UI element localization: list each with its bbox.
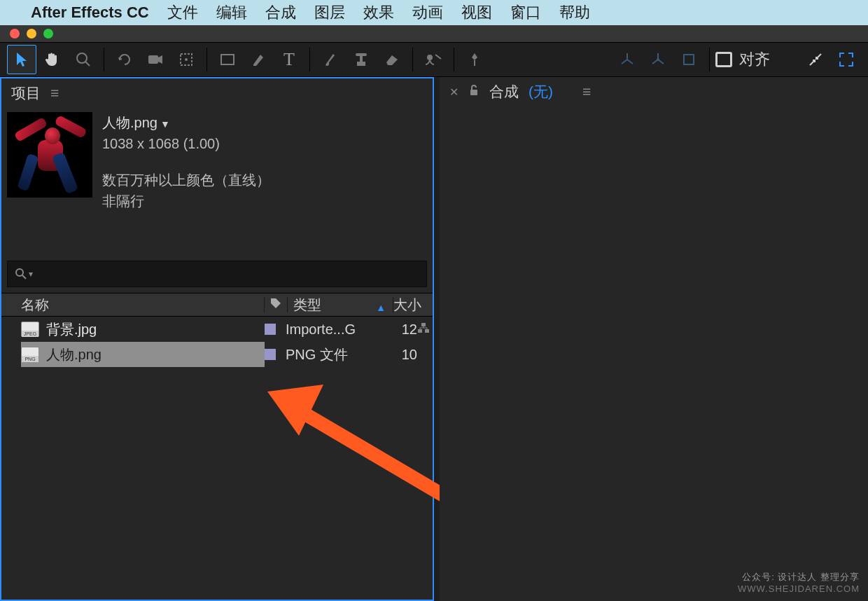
composition-panel: ✕ 合成 (无) ≡ 公众号: 设计达人 整理分享 WWW.SHEJIDAREN…	[440, 77, 868, 601]
svg-rect-17	[425, 329, 429, 333]
menu-comp[interactable]: 合成	[265, 2, 296, 23]
tools-toolbar: T 对齐	[0, 42, 868, 77]
clone-stamp-tool[interactable]	[346, 45, 376, 74]
panel-menu-icon[interactable]: ≡	[50, 85, 57, 102]
asset-interlace: 非隔行	[102, 191, 270, 212]
file-type: Importe...G	[286, 322, 391, 338]
label-swatch[interactable]	[265, 324, 276, 335]
workspace: 项目 ≡ 人物.png▼ 1038 x 1068 (1.00) 数百万种以上颜色…	[0, 77, 868, 601]
project-search-input[interactable]: ▾	[7, 261, 427, 287]
menu-edit[interactable]: 编辑	[216, 2, 247, 23]
file-jpeg-icon	[21, 322, 39, 337]
roto-brush-tool[interactable]	[419, 45, 448, 74]
comp-tab-label: 合成	[489, 82, 519, 102]
pen-tool[interactable]	[244, 45, 273, 74]
minimize-window-icon[interactable]	[27, 29, 36, 39]
type-tool[interactable]: T	[274, 45, 304, 74]
watermark: 公众号: 设计达人 整理分享 WWW.SHEJIDAREN.COM	[738, 572, 860, 595]
col-name[interactable]: 名称	[21, 296, 264, 315]
sort-indicator-icon: ▲	[376, 302, 386, 313]
app-name: After Effects CC	[31, 4, 149, 22]
hand-tool[interactable]	[38, 45, 67, 74]
rectangle-tool[interactable]	[213, 45, 242, 74]
project-table: 名称 类型 ▲ 大小 背景.jpg Importe..	[1, 293, 433, 367]
eraser-tool[interactable]	[377, 45, 407, 74]
camera-tool[interactable]	[141, 45, 170, 74]
axis-world-icon[interactable]	[643, 45, 673, 74]
svg-line-1	[85, 62, 90, 66]
project-panel: 项目 ≡ 人物.png▼ 1038 x 1068 (1.00) 数百万种以上颜色…	[0, 77, 434, 601]
panel-menu-icon[interactable]: ≡	[582, 83, 589, 100]
col-tag-icon[interactable]	[265, 297, 287, 313]
asset-dropdown-icon[interactable]: ▼	[160, 118, 170, 130]
asset-color-info: 数百万种以上颜色（直线）	[102, 170, 270, 191]
menu-view[interactable]: 视图	[461, 2, 492, 23]
close-tab-icon[interactable]: ✕	[449, 85, 458, 99]
lock-icon[interactable]	[468, 83, 479, 100]
table-row[interactable]: 人物.png PNG 文件 10	[1, 342, 433, 367]
svg-point-0	[77, 53, 87, 63]
svg-rect-16	[418, 329, 422, 333]
selection-tool[interactable]	[7, 45, 36, 74]
col-type[interactable]: 类型 ▲	[288, 296, 393, 315]
svg-point-4	[185, 58, 188, 61]
file-size: 10	[391, 347, 417, 363]
brush-tool[interactable]	[316, 45, 345, 74]
menu-help[interactable]: 帮助	[559, 2, 590, 23]
comp-none-label: (无)	[528, 82, 553, 102]
asset-info: 人物.png▼ 1038 x 1068 (1.00) 数百万种以上颜色（直线） …	[1, 108, 433, 212]
search-dropdown-icon[interactable]: ▾	[29, 269, 33, 279]
pan-behind-tool[interactable]	[172, 45, 201, 74]
svg-rect-8	[356, 53, 367, 56]
zoom-window-icon[interactable]	[43, 29, 53, 39]
project-tab-label: 项目	[11, 83, 41, 103]
maximize-icon[interactable]	[832, 45, 861, 74]
svg-rect-18	[470, 90, 477, 95]
svg-point-13	[16, 269, 23, 276]
svg-rect-6	[357, 62, 365, 66]
file-name: 背景.jpg	[46, 320, 265, 339]
file-png-icon	[21, 347, 39, 362]
composition-panel-tab[interactable]: ✕ 合成 (无) ≡	[440, 77, 868, 106]
svg-line-14	[22, 275, 26, 279]
menu-layer[interactable]: 图层	[314, 2, 345, 23]
label-swatch[interactable]	[265, 349, 276, 360]
collapse-icon[interactable]	[801, 45, 830, 74]
asset-filename: 人物.png	[102, 115, 158, 130]
zoom-tool[interactable]	[69, 45, 98, 74]
file-name: 人物.png	[46, 345, 265, 364]
puppet-pin-tool[interactable]	[460, 45, 489, 74]
svg-point-11	[657, 58, 659, 61]
window-titlebar	[0, 25, 868, 42]
file-type: PNG 文件	[286, 345, 391, 364]
menu-effect[interactable]: 效果	[363, 2, 394, 23]
axis-local-icon[interactable]	[612, 45, 642, 74]
col-size[interactable]: 大小	[393, 296, 433, 315]
file-size: 12	[391, 322, 417, 338]
close-window-icon[interactable]	[10, 29, 20, 39]
asset-dimensions: 1038 x 1068 (1.00)	[102, 133, 270, 154]
axis-view-icon[interactable]	[674, 45, 704, 74]
svg-rect-2	[148, 55, 158, 64]
flowchart-icon[interactable]	[417, 322, 433, 336]
project-panel-tab[interactable]: 项目 ≡	[1, 78, 433, 108]
svg-rect-15	[421, 323, 426, 326]
menu-anim[interactable]: 动画	[412, 2, 443, 23]
snapping-label: 对齐	[739, 49, 770, 70]
table-row[interactable]: 背景.jpg Importe...G 12	[1, 317, 433, 342]
orbit-tool[interactable]	[110, 45, 139, 74]
svg-point-9	[427, 55, 433, 60]
table-header[interactable]: 名称 类型 ▲ 大小	[1, 293, 433, 317]
asset-thumbnail	[7, 112, 92, 198]
svg-rect-12	[684, 55, 694, 64]
svg-rect-5	[221, 55, 234, 64]
snapping-control[interactable]: 对齐	[715, 49, 770, 70]
mac-menubar: After Effects CC 文件 编辑 合成 图层 效果 动画 视图 窗口…	[0, 0, 868, 25]
menu-window[interactable]: 窗口	[510, 2, 541, 23]
search-icon	[15, 268, 27, 280]
menu-file[interactable]: 文件	[167, 2, 198, 23]
snapping-checkbox-icon[interactable]	[715, 52, 732, 67]
